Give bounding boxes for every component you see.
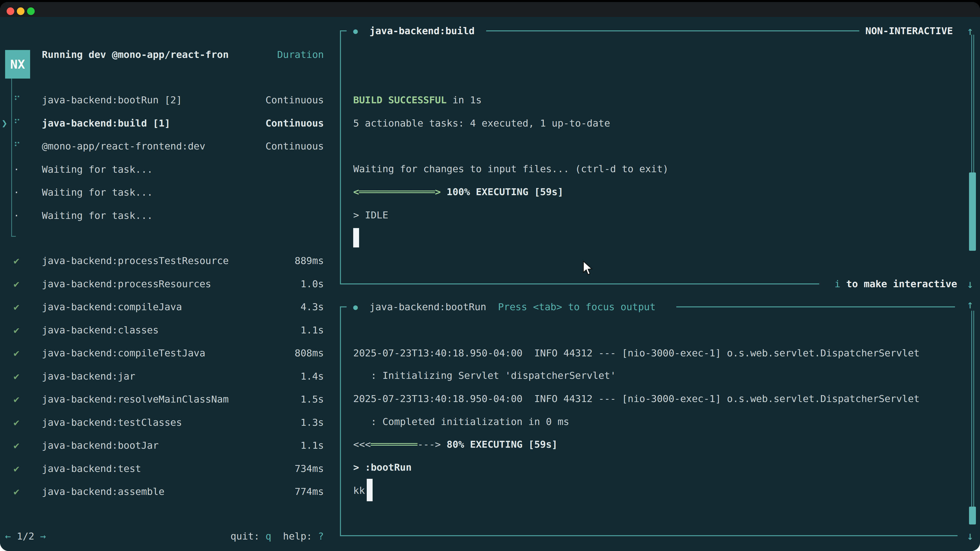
task-row-completed[interactable]: ✔java-backend:compileJava4.3s (0, 295, 332, 318)
log-line: : Initializing Servlet 'dispatcherServle… (353, 364, 616, 387)
task-row-active[interactable]: ❯⠋java-backend:build [1]Continuous (0, 112, 332, 135)
interactive-hint: i to make interactive (835, 272, 957, 295)
task-label: java-backend:processTestResource (42, 255, 229, 266)
bottom-panel-border-left (340, 306, 341, 536)
sp1 (259, 530, 266, 542)
pager-next-arrow[interactable]: → (40, 530, 46, 542)
task-label: java-backend:bootRun [2] (42, 94, 182, 106)
task-duration: 1.3s (301, 417, 324, 428)
bottom-panel-border-top (676, 306, 955, 307)
sp3 (312, 530, 318, 542)
task-row-completed[interactable]: ✔java-backend:assemble774ms (0, 480, 332, 503)
close-window-button[interactable] (6, 7, 14, 15)
task-row-active[interactable]: ·Waiting for task... (0, 158, 332, 181)
check-icon: ✔ (14, 417, 19, 428)
pager-space (34, 530, 40, 542)
task-row-completed[interactable]: ✔java-backend:resolveMainClassNam1.5s (0, 388, 332, 411)
minimize-window-button[interactable] (17, 7, 24, 15)
top-panel-bullet-icon: ● (353, 27, 358, 35)
sp2 (271, 530, 283, 542)
waiting-dot-icon: · (14, 210, 19, 221)
focus-output-hint: Press <tab> to focus output (498, 301, 655, 313)
idle-line: > IDLE (353, 203, 388, 227)
task-duration: 734ms (295, 463, 324, 474)
pager-indicator (11, 530, 17, 542)
top-scrollbar-thumb[interactable] (969, 172, 976, 251)
task-row-completed[interactable]: ✔java-backend:compileTestJava808ms (0, 341, 332, 365)
task-row-completed[interactable]: ✔java-backend:jar1.4s (0, 365, 332, 388)
terminal-window: NX Running dev @mono-app/react-fron Dura… (0, 2, 980, 551)
bottom-progress-label: 80% EXECUTING [59s] (441, 439, 558, 450)
check-icon: ✔ (14, 463, 19, 474)
task-label: java-backend:assemble (42, 486, 164, 497)
check-icon: ✔ (14, 371, 19, 382)
bottom-scrollbar-thumb[interactable] (969, 507, 976, 524)
pager-prev-arrow[interactable]: ← (5, 530, 11, 542)
top-panel-scroll-down-icon[interactable]: ↓ (967, 272, 974, 295)
bottom-panel-bullet-icon: ● (353, 303, 358, 311)
top-panel-title: java-backend:build (369, 25, 475, 37)
task-row-active[interactable]: ·Waiting for task... (0, 204, 332, 227)
task-row-active[interactable]: ·Waiting for task... (0, 181, 332, 204)
pager-value: 1/2 (17, 530, 35, 542)
task-row-completed[interactable]: ✔java-backend:bootJar1.1s (0, 434, 332, 457)
task-label: java-backend:build [1] (42, 118, 170, 129)
check-icon: ✔ (14, 255, 19, 266)
mode-badge: NON-INTERACTIVE (865, 25, 953, 37)
task-duration: 1.1s (301, 324, 324, 336)
bottom-scrollbar-track-right (974, 311, 974, 524)
spinner-icon: ⠋ (14, 94, 21, 106)
task-label: java-backend:compileJava (42, 301, 182, 313)
task-duration: 774ms (295, 486, 324, 497)
task-row-completed[interactable]: ✔java-backend:classes1.1s (0, 319, 332, 341)
bottom-panel-scroll-up-icon[interactable]: ↑ (967, 293, 974, 316)
top-panel-scroll-up-icon[interactable]: ↑ (967, 19, 974, 42)
sidebar-header: Running dev @mono-app/react-fron Duratio… (42, 43, 324, 66)
top-panel-border-left (340, 30, 341, 284)
log-line: 2025-07-23T13:40:18.950-04:00 INFO 44312… (353, 341, 920, 365)
tasks-summary-line: 5 actionable tasks: 4 executed, 1 up-to-… (353, 112, 610, 135)
bottom-panel-cursor (367, 479, 372, 501)
build-time: in 1s (447, 94, 482, 106)
bottom-progress-prefix: <<< (353, 439, 371, 450)
sp4 (358, 25, 369, 37)
task-duration: Continuous (266, 94, 324, 106)
task-row-completed[interactable]: ✔java-backend:testClasses1.3s (0, 411, 332, 434)
task-row-completed[interactable]: ✔java-backend:test734ms (0, 457, 332, 480)
task-duration: 889ms (295, 255, 324, 266)
task-row-completed[interactable]: ✔java-backend:processResources1.0s (0, 272, 332, 295)
bottom-panel-border-bottom (340, 535, 958, 536)
waiting-dot-icon: · (14, 187, 19, 198)
waiting-line: Waiting for changes to input files... (c… (353, 157, 668, 180)
quit-key: q (266, 530, 271, 542)
tree-guide-foot (11, 236, 16, 237)
task-label: java-backend:resolveMainClassNam (42, 394, 229, 405)
bootrun-prompt-line: > :bootRun (353, 456, 412, 479)
task-duration: 808ms (295, 348, 324, 359)
task-label: java-backend:test (42, 463, 141, 474)
bottom-panel-scroll-down-icon[interactable]: ↓ (967, 524, 974, 547)
task-label: java-backend:bootJar (42, 440, 159, 451)
bottom-panel-title: java-backend:bootRun (369, 301, 487, 313)
bottom-scrollbar-track-left (971, 311, 972, 524)
task-label: Waiting for task... (42, 187, 153, 198)
nx-logo: NX (5, 50, 30, 79)
build-status-line: BUILD SUCCESSFUL in 1s (353, 89, 482, 111)
zoom-window-button[interactable] (27, 7, 35, 15)
interactive-hint-text: to make interactive (840, 278, 957, 289)
task-row-completed[interactable]: ✔java-backend:processTestResource889ms (0, 249, 332, 272)
terminal-input-text[interactable]: kk (353, 479, 365, 502)
waiting-dot-icon: · (14, 164, 19, 175)
spinner-icon: ⠋ (14, 141, 21, 152)
bottom-progress-bar: ════════ (371, 439, 417, 450)
sidebar-footer: ← 1/2 → quit: q help: ? (5, 525, 324, 548)
terminal-screen: NX Running dev @mono-app/react-fron Dura… (0, 17, 980, 551)
quit-label: quit: (231, 530, 259, 542)
sidebar-title: Running dev @mono-app/react-fron (42, 49, 229, 60)
task-duration: 1.1s (301, 440, 324, 451)
task-label: java-backend:classes (42, 324, 159, 336)
task-label: java-backend:testClasses (42, 417, 182, 428)
task-label: java-backend:compileTestJava (42, 348, 205, 359)
task-row-active[interactable]: ⠋@mono-app/react-frontend:devContinuous (0, 135, 332, 158)
task-row-active[interactable]: ⠋java-backend:bootRun [2]Continuous (0, 89, 332, 111)
